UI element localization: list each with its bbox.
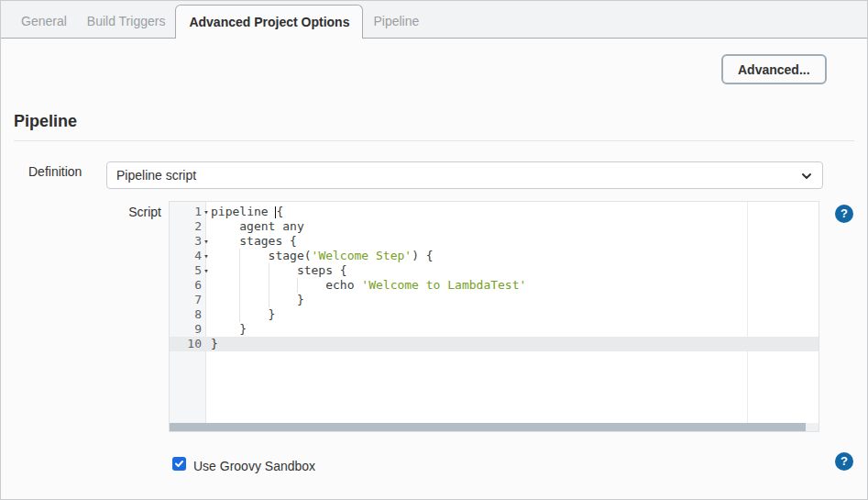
definition-label: Definition <box>28 164 82 179</box>
code-text: } <box>211 337 819 351</box>
line-number: 3 <box>170 234 202 249</box>
code-text: stage('Welcome Step') { <box>211 249 819 263</box>
tab-build-triggers[interactable]: Build Triggers <box>77 5 176 38</box>
editor-horizontal-scrollbar[interactable] <box>170 423 806 431</box>
code-line[interactable]: 4▾stage('Welcome Step') { <box>170 249 819 263</box>
fold-spacer <box>202 278 211 293</box>
code-text: pipeline { <box>211 205 819 219</box>
fold-spacer <box>202 307 211 322</box>
line-number: 1 <box>170 205 202 219</box>
line-number: 4 <box>170 249 202 263</box>
code-line[interactable]: 6echo 'Welcome to LambdaTest' <box>170 278 819 293</box>
code-line[interactable]: 9} <box>170 322 819 337</box>
config-tab-bar: General Build Triggers Advanced Project … <box>1 1 867 39</box>
code-line[interactable]: 2agent any <box>170 219 819 234</box>
jenkins-config-page: General Build Triggers Advanced Project … <box>0 0 868 500</box>
code-text: } <box>211 322 819 337</box>
sandbox-help-icon[interactable]: ? <box>835 452 853 471</box>
fold-arrow-icon[interactable]: ▾ <box>202 234 211 249</box>
tab-general[interactable]: General <box>11 5 77 38</box>
use-groovy-sandbox-label[interactable]: Use Groovy Sandbox <box>193 459 315 473</box>
script-help-icon[interactable]: ? <box>835 205 853 223</box>
code-text: } <box>211 307 819 322</box>
editor-horizontal-scrollbar-track <box>170 423 819 431</box>
fold-spacer <box>202 293 211 307</box>
script-label: Script <box>88 205 161 219</box>
line-number: 7 <box>170 293 202 307</box>
fold-arrow-icon[interactable]: ▾ <box>202 249 211 263</box>
line-number: 6 <box>170 278 202 293</box>
code-text: stages { <box>211 234 819 249</box>
tab-advanced-project-options[interactable]: Advanced Project Options <box>175 5 363 39</box>
definition-select[interactable]: Pipeline script <box>106 161 823 189</box>
pipeline-section-title: Pipeline <box>14 112 77 131</box>
fold-spacer <box>202 322 211 337</box>
fold-arrow-icon[interactable]: ▾ <box>202 205 211 219</box>
chevron-down-icon <box>800 170 813 185</box>
code-line[interactable]: 8} <box>170 307 819 322</box>
code-line[interactable]: 1▾pipeline { <box>170 205 819 219</box>
section-divider <box>14 140 854 141</box>
line-number: 10 <box>170 337 202 351</box>
use-groovy-sandbox-checkbox[interactable] <box>172 457 186 471</box>
checkmark-icon <box>174 459 184 469</box>
line-number: 8 <box>170 307 202 322</box>
code-line[interactable]: 7} <box>170 293 819 307</box>
code-text: echo 'Welcome to LambdaTest' <box>211 278 819 293</box>
advanced-button[interactable]: Advanced... <box>721 54 827 84</box>
line-number: 5 <box>170 263 202 278</box>
code-line[interactable]: 5▾steps { <box>170 263 819 278</box>
fold-spacer <box>202 337 211 351</box>
line-number: 9 <box>170 322 202 337</box>
fold-spacer <box>202 219 211 234</box>
tab-pipeline[interactable]: Pipeline <box>363 5 429 38</box>
fold-arrow-icon[interactable]: ▾ <box>202 263 211 278</box>
code-text: agent any <box>211 219 819 234</box>
code-text: steps { <box>211 263 819 278</box>
line-number: 2 <box>170 219 202 234</box>
code-line[interactable]: 10} <box>170 337 819 351</box>
definition-selected-value: Pipeline script <box>116 168 196 183</box>
code-area: 1▾pipeline {2agent any3▾stages {4▾stage(… <box>170 205 819 351</box>
code-text: } <box>211 293 819 307</box>
pipeline-script-editor[interactable]: 1▾pipeline {2agent any3▾stages {4▾stage(… <box>169 201 819 432</box>
code-line[interactable]: 3▾stages { <box>170 234 819 249</box>
